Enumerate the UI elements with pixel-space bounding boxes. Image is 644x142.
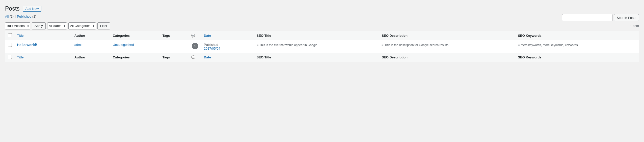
- date-link[interactable]: 2017/05/04: [204, 47, 220, 50]
- title-sort-link-footer[interactable]: Title: [17, 55, 24, 59]
- col-header-comments: 💬: [189, 31, 201, 40]
- all-count: (1): [10, 15, 14, 18]
- row-categories-cell: Uncategorized: [110, 40, 160, 53]
- col-header-title: Title: [14, 31, 72, 40]
- col-footer-seo-description: SEO Description: [379, 53, 515, 62]
- page-title: Posts: [5, 5, 20, 13]
- col-header-date: Date: [201, 31, 254, 40]
- posts-table: Title Author Categories Tags 💬 Date SEO …: [5, 31, 639, 62]
- item-count: 1 item: [630, 24, 639, 28]
- select-all-footer-checkbox[interactable]: [8, 55, 12, 59]
- row-date-cell: Published 2017/05/04: [201, 40, 254, 53]
- table-row: Hello world! admin Uncategorized — 1 Pub…: [5, 40, 639, 53]
- col-footer-comments: 💬: [189, 53, 201, 62]
- toolbar: Bulk Actions Apply All dates All Categor…: [5, 21, 639, 31]
- col-header-checkbox: [5, 31, 15, 40]
- title-sort-link[interactable]: Title: [17, 34, 24, 38]
- table-footer-row: Title Author Categories Tags 💬 Date SEO …: [5, 53, 639, 62]
- col-footer-tags: Tags: [160, 53, 189, 62]
- col-header-seo-keywords: SEO Keywords: [515, 31, 639, 40]
- pencil-icon-seo-kw: ✏: [518, 44, 520, 47]
- row-checkbox-cell: [5, 40, 15, 53]
- row-seo-keywords-cell: ✏meta keywords, more keywords, kevwords: [515, 40, 639, 53]
- date-sort-link-footer[interactable]: Date: [204, 55, 211, 59]
- comment-column-icon: 💬: [191, 34, 195, 38]
- dates-filter-wrapper: All dates: [47, 22, 67, 29]
- row-comments-cell[interactable]: 1: [189, 40, 201, 53]
- select-all-checkbox[interactable]: [8, 33, 12, 37]
- dates-filter-select[interactable]: All dates: [47, 22, 67, 29]
- col-footer-checkbox: [5, 53, 15, 62]
- filter-button[interactable]: Filter: [97, 22, 110, 29]
- row-seo-description-cell: ✏This is the description for Google sear…: [379, 40, 515, 53]
- author-link[interactable]: admin: [74, 43, 83, 47]
- category-link[interactable]: Uncategorized: [113, 43, 134, 47]
- categories-filter-wrapper: All Categories: [68, 22, 96, 29]
- bulk-actions-wrapper: Bulk Actions: [5, 22, 30, 29]
- search-input[interactable]: [562, 14, 612, 21]
- seo-keywords-text: ✏meta keywords, more keywords, kevwords: [518, 43, 578, 47]
- bulk-actions-select[interactable]: Bulk Actions: [5, 22, 30, 29]
- col-header-author: Author: [72, 31, 110, 40]
- published-count: (1): [32, 15, 36, 18]
- col-footer-seo-keywords: SEO Keywords: [515, 53, 639, 62]
- col-footer-title: Title: [14, 53, 72, 62]
- tags-value: —: [163, 43, 166, 47]
- all-filter-link[interactable]: All: [5, 15, 9, 18]
- row-seo-title-cell: ✏This is the title that would appear in …: [254, 40, 379, 53]
- date-sort-link[interactable]: Date: [204, 34, 211, 38]
- date-status: Published 2017/05/04: [204, 43, 220, 50]
- col-footer-author: Author: [72, 53, 110, 62]
- col-footer-categories: Categories: [110, 53, 160, 62]
- pencil-icon-seo-title: ✏: [257, 44, 259, 47]
- published-filter-link[interactable]: Published: [17, 15, 31, 18]
- col-footer-seo-title: SEO Title: [254, 53, 379, 62]
- add-new-button[interactable]: Add New: [23, 6, 42, 12]
- comment-footer-icon: 💬: [191, 55, 195, 59]
- seo-description-text: ✏This is the description for Google sear…: [382, 43, 448, 47]
- col-header-seo-title: SEO Title: [254, 31, 379, 40]
- table-header-row: Title Author Categories Tags 💬 Date SEO …: [5, 31, 639, 40]
- row-title-cell: Hello world!: [14, 40, 72, 53]
- search-posts-button[interactable]: Search Posts: [614, 14, 639, 21]
- pencil-icon-seo-desc: ✏: [382, 44, 384, 47]
- col-header-tags: Tags: [160, 31, 189, 40]
- col-header-seo-description: SEO Description: [379, 31, 515, 40]
- seo-title-text: ✏This is the title that would appear in …: [257, 43, 317, 47]
- comment-badge[interactable]: 1: [192, 43, 198, 49]
- filter-nav: All (1) | Published (1): [5, 15, 639, 18]
- apply-button[interactable]: Apply: [32, 22, 46, 29]
- row-checkbox[interactable]: [8, 43, 12, 47]
- all-filter[interactable]: All (1): [5, 15, 14, 18]
- post-title-link[interactable]: Hello world!: [17, 43, 37, 47]
- col-footer-date: Date: [201, 53, 254, 62]
- published-filter[interactable]: Published (1): [17, 15, 36, 18]
- search-bar: Search Posts: [562, 14, 639, 21]
- row-author-cell: admin: [72, 40, 110, 53]
- categories-filter-select[interactable]: All Categories: [68, 22, 96, 29]
- nav-separator: |: [15, 15, 16, 18]
- col-header-categories: Categories: [110, 31, 160, 40]
- row-tags-cell: —: [160, 40, 189, 53]
